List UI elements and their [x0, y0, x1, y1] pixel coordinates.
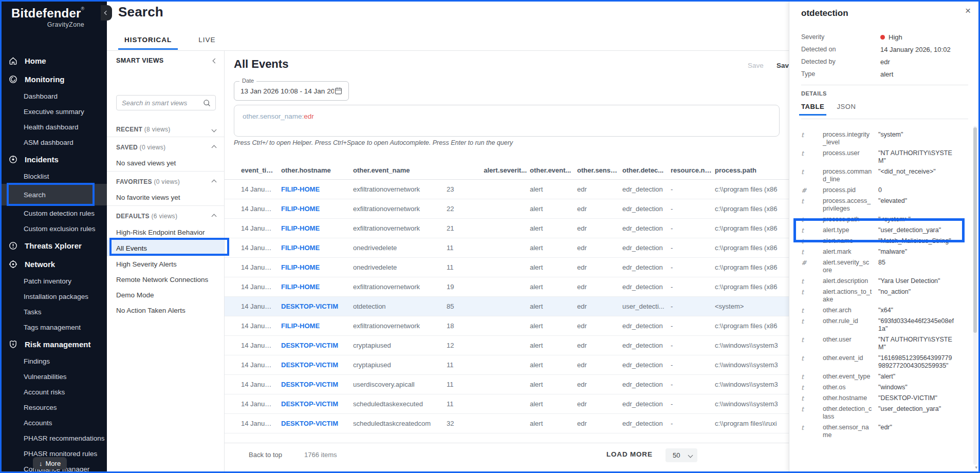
- cell-host-link[interactable]: DESKTOP-VICTIM: [277, 400, 350, 408]
- tab-json[interactable]: JSON: [837, 103, 856, 116]
- smart-views-search-input[interactable]: [122, 99, 202, 107]
- sidebar-item-monitoring[interactable]: Monitoring: [0, 70, 107, 88]
- smart-view-item-all-events[interactable]: All Events: [107, 240, 224, 256]
- column-header-event-time[interactable]: event_time: [234, 166, 274, 174]
- tab-table[interactable]: TABLE: [801, 103, 824, 116]
- smart-views-group-recent[interactable]: RECENT (8 views): [107, 122, 224, 137]
- table-row[interactable]: 14 Januar...FILIP-HOMEonedrivedelete11al…: [225, 258, 789, 277]
- close-icon[interactable]: ×: [965, 5, 971, 16]
- cell-host-link[interactable]: FILIP-HOME: [277, 263, 350, 271]
- sidebar-item-health-dashboard[interactable]: Health dashboard: [0, 119, 107, 135]
- sidebar-item-executive-summary[interactable]: Executive summary: [0, 104, 107, 119]
- date-range-field[interactable]: Date 13 Jan 2026 10:08 - 14 Jan 2026...: [234, 81, 349, 101]
- column-header-other-detec[interactable]: other.detec...: [622, 166, 668, 174]
- field-value: 0: [878, 186, 955, 194]
- smart-view-item-remote-network-connections[interactable]: Remote Network Connections: [107, 272, 224, 287]
- cell-host-link[interactable]: FILIP-HOME: [277, 244, 350, 252]
- cell-host-link[interactable]: FILIP-HOME: [277, 283, 350, 291]
- sidebar-item-phasr-recommendations[interactable]: PHASR recommendations: [0, 430, 107, 446]
- sidebar-item-threats-xplorer[interactable]: Threats Xplorer: [0, 236, 107, 255]
- sidebar-item-patch-inventory[interactable]: Patch inventory: [0, 273, 107, 289]
- smart-views-group-favorites[interactable]: FAVORITES (0 views): [107, 175, 224, 189]
- column-header-resource-na[interactable]: resource.na...: [671, 166, 712, 174]
- sidebar-item-account-risks[interactable]: Account risks: [0, 384, 107, 400]
- field-value: "user_detection_yara": [878, 226, 955, 234]
- table-row[interactable]: 14 Januar...DESKTOP-VICTIMcryptapiused12…: [225, 336, 789, 355]
- sidebar-item-blocklist[interactable]: Blocklist: [0, 168, 107, 184]
- detected-by-value: edr: [880, 58, 890, 66]
- cell-host-link[interactable]: DESKTOP-VICTIM: [277, 381, 350, 388]
- sidebar-item-custom-detection-rules[interactable]: Custom detection rules: [0, 205, 107, 221]
- sidebar-item-tasks[interactable]: Tasks: [0, 304, 107, 319]
- sidebar-item-asm-dashboard[interactable]: ASM dashboard: [0, 135, 107, 150]
- sidebar-item-incidents[interactable]: Incidents: [0, 150, 107, 168]
- sidebar-item-label: Search: [24, 191, 46, 199]
- tab-historical[interactable]: HISTORICAL: [118, 32, 178, 50]
- sidebar-item-resources[interactable]: Resources: [0, 400, 107, 415]
- cell-host-link[interactable]: FILIP-HOME: [277, 322, 350, 330]
- table-row[interactable]: 14 Januar...DESKTOP-VICTIMuserdiscovery.…: [225, 375, 789, 394]
- table-row[interactable]: 14 Januar...DESKTOP-VICTIMotdetection85a…: [225, 297, 789, 316]
- smart-view-item-high-risk-endpoint-behavior[interactable]: High-Risk Endpoint Behavior: [107, 224, 224, 240]
- smart-views-group-defaults[interactable]: DEFAULTS (6 views): [107, 209, 224, 223]
- table-row[interactable]: 14 Januar...DESKTOP-VICTIMcryptapiused11…: [225, 355, 789, 375]
- table-row[interactable]: 14 Januar...DESKTOP-VICTIMscheduledtaske…: [225, 394, 789, 414]
- smart-views-group-saved[interactable]: SAVED (0 views): [107, 140, 224, 155]
- sidebar-item-custom-exclusion-rules[interactable]: Custom exclusion rules: [0, 221, 107, 236]
- table-row[interactable]: 14 Januar...FILIP-HOMEexfiltrationoverne…: [225, 180, 789, 199]
- column-header-alert-severit[interactable]: alert.severit...: [445, 166, 527, 174]
- smart-view-item-high-severity-alerts[interactable]: High Severity Alerts: [107, 256, 224, 272]
- smart-view-item-no-action-taken-alerts[interactable]: No Action Taken Alerts: [107, 302, 224, 318]
- scrollbar-down-arrow[interactable]: ▾: [975, 465, 977, 470]
- cell-host-link[interactable]: DESKTOP-VICTIM: [277, 420, 350, 427]
- detail-field-row-other-event-type: tother.event_type"alert": [801, 371, 967, 382]
- sidebar-item-home[interactable]: Home: [0, 51, 107, 70]
- sidebar-more-button[interactable]: ↓ More: [33, 457, 67, 469]
- column-header-process-path[interactable]: process.path: [715, 166, 789, 174]
- table-row[interactable]: 14 Januar...FILIP-HOMEexfiltrationoverne…: [225, 199, 789, 219]
- text-type-icon: t: [801, 277, 817, 285]
- page-size-select[interactable]: 50: [665, 448, 697, 462]
- sidebar-item-label: Tags management: [24, 324, 81, 331]
- sidebar-nav: HomeMonitoringDashboardExecutive summary…: [0, 51, 107, 473]
- detail-scrollbar[interactable]: [973, 126, 977, 465]
- cell-host-link[interactable]: DESKTOP-VICTIM: [277, 302, 350, 310]
- sidebar-item-dashboard[interactable]: Dashboard: [0, 88, 107, 104]
- calendar-icon[interactable]: [334, 86, 343, 96]
- sidebar-item-accounts[interactable]: Accounts: [0, 415, 107, 430]
- sidebar-item-findings[interactable]: Findings: [0, 353, 107, 369]
- back-to-top-button[interactable]: Back to top: [249, 451, 282, 459]
- sidebar-item-installation-packages[interactable]: Installation packages: [0, 289, 107, 304]
- tab-live[interactable]: LIVE: [192, 32, 221, 50]
- table-row[interactable]: 14 Januar...DESKTOP-VICTIMscheduledtaskc…: [225, 414, 789, 433]
- sidebar-item-vulnerabilities[interactable]: Vulnerabilities: [0, 369, 107, 384]
- table-row[interactable]: 14 Januar...FILIP-HOMEonedrivedelete11al…: [225, 238, 789, 258]
- text-type-icon: t: [801, 384, 817, 391]
- sidebar-item-search[interactable]: Search: [0, 184, 107, 205]
- cell-host-link[interactable]: DESKTOP-VICTIM: [277, 342, 350, 349]
- table-row[interactable]: 14 Januar...FILIP-HOMEexfiltrationoverne…: [225, 219, 789, 238]
- sidebar-item-network[interactable]: Network: [0, 255, 107, 273]
- smart-view-item-demo-mode[interactable]: Demo Mode: [107, 287, 224, 302]
- column-header-other-event[interactable]: other.event...: [530, 166, 574, 174]
- cell-host-link[interactable]: FILIP-HOME: [277, 224, 350, 232]
- column-header-other-hostname[interactable]: other.hostname: [277, 166, 350, 174]
- cell-host-link[interactable]: FILIP-HOME: [277, 185, 350, 193]
- query-input[interactable]: other.sensor_name:edr: [234, 105, 780, 137]
- sidebar-item-risk-management[interactable]: Risk management: [0, 335, 107, 353]
- sidebar-collapse-button[interactable]: [101, 5, 112, 21]
- column-header-other-senso[interactable]: other.senso...: [577, 166, 619, 174]
- home-icon: [8, 56, 18, 66]
- scrollbar-thumb[interactable]: [973, 127, 977, 333]
- load-more-button[interactable]: LOAD MORE: [606, 450, 653, 458]
- column-header-other-event-name[interactable]: other.event_name: [353, 166, 441, 174]
- sidebar-item-tags-management[interactable]: Tags management: [0, 319, 107, 335]
- cell-host-link[interactable]: DESKTOP-VICTIM: [277, 361, 350, 369]
- collapse-panel-icon[interactable]: [213, 58, 218, 63]
- save-button[interactable]: Save: [748, 62, 764, 69]
- table-row[interactable]: 14 Januar...FILIP-HOMEexfiltrationoverne…: [225, 316, 789, 336]
- cell-host-link[interactable]: FILIP-HOME: [277, 205, 350, 213]
- details-section-label: DETAILS: [801, 90, 827, 97]
- summary-row-type: Type alert: [801, 68, 968, 80]
- table-row[interactable]: 14 Januar...FILIP-HOMEexfiltrationoverne…: [225, 277, 789, 297]
